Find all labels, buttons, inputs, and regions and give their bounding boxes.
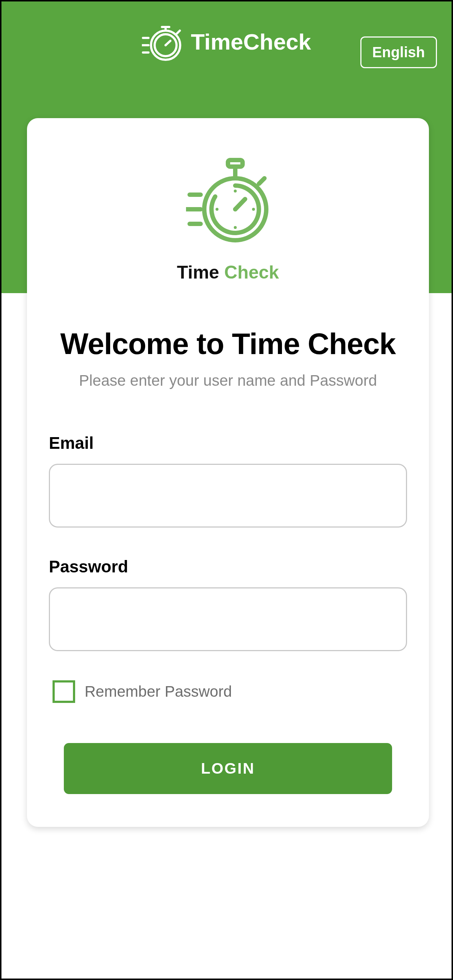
remember-row[interactable]: Remember Password	[53, 680, 407, 703]
svg-line-13	[259, 178, 265, 184]
svg-point-6	[164, 44, 167, 46]
stopwatch-icon	[142, 19, 182, 64]
login-card: Time Check Welcome to Time Check Please …	[27, 118, 429, 827]
stopwatch-icon	[186, 154, 270, 247]
svg-point-18	[234, 226, 237, 229]
card-brand-part2: Check	[224, 262, 279, 283]
password-field-block: Password	[49, 557, 407, 651]
password-label: Password	[49, 557, 407, 576]
card-brand-part1: Time	[177, 262, 224, 283]
remember-checkbox[interactable]	[53, 680, 75, 703]
welcome-subtitle: Please enter your user name and Password	[49, 372, 407, 390]
email-field-block: Email	[49, 433, 407, 528]
svg-point-15	[233, 207, 238, 212]
login-button-label: LOGIN	[201, 760, 255, 777]
card-logo-group: Time Check	[49, 154, 407, 283]
login-button[interactable]: LOGIN	[64, 743, 392, 794]
svg-point-19	[215, 208, 219, 211]
language-selector[interactable]: English	[360, 37, 437, 68]
header-bar: TimeCheck English	[2, 16, 451, 67]
app-screen: TimeCheck English	[0, 0, 453, 980]
svg-point-17	[252, 208, 255, 211]
password-input[interactable]	[49, 587, 407, 651]
svg-point-16	[234, 189, 237, 192]
email-label: Email	[49, 433, 407, 453]
email-input[interactable]	[49, 464, 407, 528]
header-brand-text: TimeCheck	[191, 29, 311, 55]
login-form: Email Password Remember Password LOGIN	[49, 433, 407, 794]
remember-label: Remember Password	[85, 683, 232, 700]
svg-line-4	[177, 30, 180, 33]
welcome-title: Welcome to Time Check	[49, 327, 407, 361]
language-label: English	[372, 44, 425, 60]
header-logo-group: TimeCheck	[142, 19, 311, 64]
card-brand-text: Time Check	[177, 262, 279, 283]
